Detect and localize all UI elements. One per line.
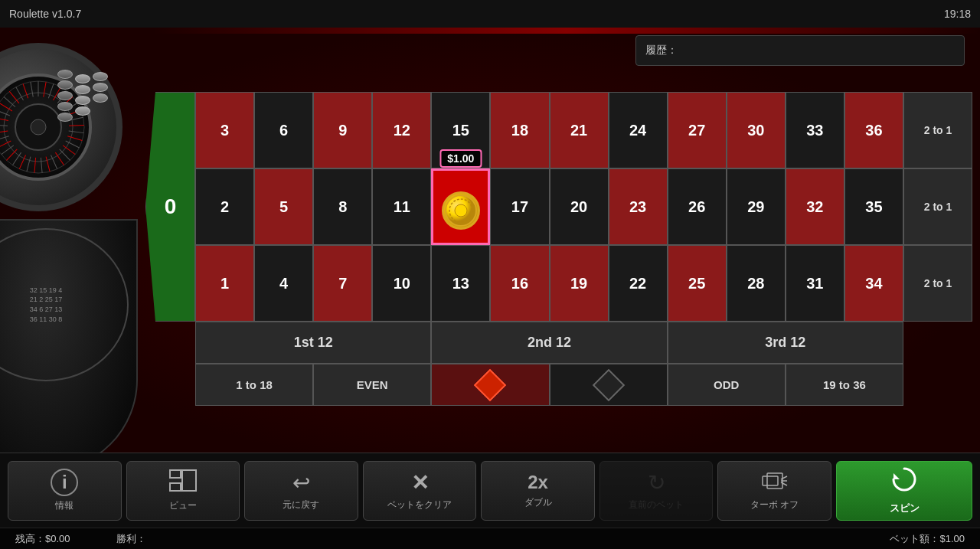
svg-point-40 [31, 119, 46, 135]
cell-6[interactable]: 6 [254, 92, 313, 168]
svg-line-50 [781, 482, 787, 485]
cell-23[interactable]: 23 [609, 168, 668, 245]
turbo-button[interactable]: ターボ オフ [717, 461, 831, 521]
svg-line-18 [51, 155, 57, 168]
cell-35[interactable]: 35 [844, 168, 903, 245]
svg-line-3 [44, 82, 46, 97]
cell-21[interactable]: 21 [550, 92, 609, 168]
win-label: 勝利： [116, 532, 146, 546]
last-bet-button[interactable]: ↻ 直前のベット [599, 461, 714, 521]
cell-12[interactable]: 12 [372, 92, 431, 168]
svg-line-16 [60, 149, 70, 160]
bet-label: ベット額： [890, 532, 939, 546]
clock: 19:18 [944, 8, 971, 20]
dozen-1st[interactable]: 1st 12 [195, 322, 431, 364]
bet-red[interactable] [431, 364, 549, 406]
info-button[interactable]: i 情報 [8, 461, 122, 521]
bet-odd[interactable]: ODD [668, 364, 786, 406]
svg-line-26 [2, 145, 14, 155]
cell-30[interactable]: 30 [727, 92, 786, 168]
wheel-base: 32 15 19 4 21 2 25 17 34 6 27 13 36 11 3… [0, 219, 138, 472]
cell-3[interactable]: 3 [195, 92, 254, 168]
two-to-one-bot[interactable]: 2 to 1 [903, 245, 972, 322]
cell-34[interactable]: 34 [844, 245, 903, 322]
cell-10[interactable]: 10 [372, 245, 431, 322]
history-label: 履歴： [645, 44, 678, 57]
double-button[interactable]: 2x ダブル [481, 461, 595, 521]
top-bar: Roulette v1.0.7 19:18 [0, 0, 980, 28]
svg-line-20 [41, 158, 42, 173]
zero-cell[interactable]: 0 [145, 92, 195, 322]
svg-line-32 [0, 110, 10, 116]
cell-25[interactable]: 25 [668, 245, 727, 322]
cell-27[interactable]: 27 [668, 92, 727, 168]
cell-13[interactable]: 13 [431, 245, 490, 322]
bet-19to36[interactable]: 19 to 36 [786, 364, 903, 406]
undo-icon: ↩ [292, 470, 310, 495]
svg-line-11 [69, 125, 84, 126]
cell-9[interactable]: 9 [313, 92, 372, 168]
cell-18[interactable]: 18 [490, 92, 549, 168]
cell-28[interactable]: 28 [727, 245, 786, 322]
cell-2[interactable]: 2 [195, 168, 254, 245]
cell-19[interactable]: 19 [550, 245, 609, 322]
cell-1[interactable]: 1 [195, 245, 254, 322]
spin-icon [890, 466, 918, 498]
svg-rect-46 [182, 470, 196, 491]
svg-line-13 [67, 136, 82, 141]
balance-label: 残高： [15, 532, 45, 546]
cell-31[interactable]: 31 [786, 245, 844, 322]
cell-24[interactable]: 24 [609, 92, 668, 168]
view-button[interactable]: ビュー [126, 461, 240, 521]
cell-36[interactable]: 36 [844, 92, 903, 168]
undo-button[interactable]: ↩ 元に戻す [244, 461, 358, 521]
svg-marker-52 [893, 473, 900, 479]
double-label: ダブル [524, 496, 552, 509]
dozen-row: 1st 12 2nd 12 3rd 12 [195, 322, 903, 364]
two-to-one-mid[interactable]: 2 to 1 [903, 168, 972, 245]
cell-26[interactable]: 26 [668, 168, 727, 245]
undo-label: 元に戻す [283, 498, 319, 511]
two-to-one-top[interactable]: 2 to 1 [903, 92, 972, 168]
svg-line-21 [34, 158, 36, 173]
row-bottom: 1 4 7 10 13 16 19 22 25 28 31 34 [195, 245, 903, 322]
roulette-wheel [0, 43, 122, 211]
cell-7[interactable]: 7 [313, 245, 372, 322]
cell-4[interactable]: 4 [254, 245, 313, 322]
svg-line-38 [31, 82, 33, 97]
svg-line-35 [9, 91, 19, 103]
cell-20[interactable]: 20 [550, 168, 609, 245]
balance-value: $0.00 [45, 533, 70, 544]
spin-button[interactable]: スピン [836, 461, 972, 521]
svg-line-12 [69, 131, 84, 133]
turbo-label: ターボ オフ [750, 498, 799, 511]
bet-even[interactable]: EVEN [313, 364, 431, 406]
clear-button[interactable]: ✕ ベットをクリア [363, 461, 477, 521]
cell-17[interactable]: 17 [490, 168, 549, 245]
bet-value: $1.00 [939, 533, 965, 544]
cell-32[interactable]: 32 [786, 168, 844, 245]
bet-black[interactable] [550, 364, 668, 406]
cell-11[interactable]: 11 [372, 168, 431, 245]
svg-rect-45 [170, 483, 181, 491]
cell-5[interactable]: 5 [254, 168, 313, 245]
svg-line-27 [0, 141, 11, 148]
cell-22[interactable]: 22 [609, 245, 668, 322]
cell-14[interactable]: $1.00 [431, 168, 490, 245]
view-label: ビュー [169, 499, 197, 512]
svg-line-19 [46, 157, 50, 172]
row-middle: 2 5 8 11 $1.00 [195, 168, 903, 245]
dozen-3rd[interactable]: 3rd 12 [668, 322, 903, 364]
dozen-2nd[interactable]: 2nd 12 [431, 322, 667, 364]
clear-icon: ✕ [411, 470, 429, 495]
cell-33[interactable]: 33 [786, 92, 844, 168]
cell-8[interactable]: 8 [313, 168, 372, 245]
status-bar: 残高： $0.00 勝利： ベット額： $1.00 [0, 528, 980, 549]
cell-29[interactable]: 29 [727, 168, 786, 245]
bet-1to18[interactable]: 1 to 18 [195, 364, 313, 406]
row-top: 3 6 9 12 15 18 21 24 27 30 33 36 [195, 92, 903, 168]
svg-point-43 [455, 204, 467, 217]
last-bet-icon: ↻ [648, 470, 665, 495]
cell-16[interactable]: 16 [490, 245, 549, 322]
controls-bar: i 情報 ビュー ↩ 元に戻す ✕ ベットをクリア 2x ダブル ↻ 直前のベッ… [0, 453, 980, 528]
